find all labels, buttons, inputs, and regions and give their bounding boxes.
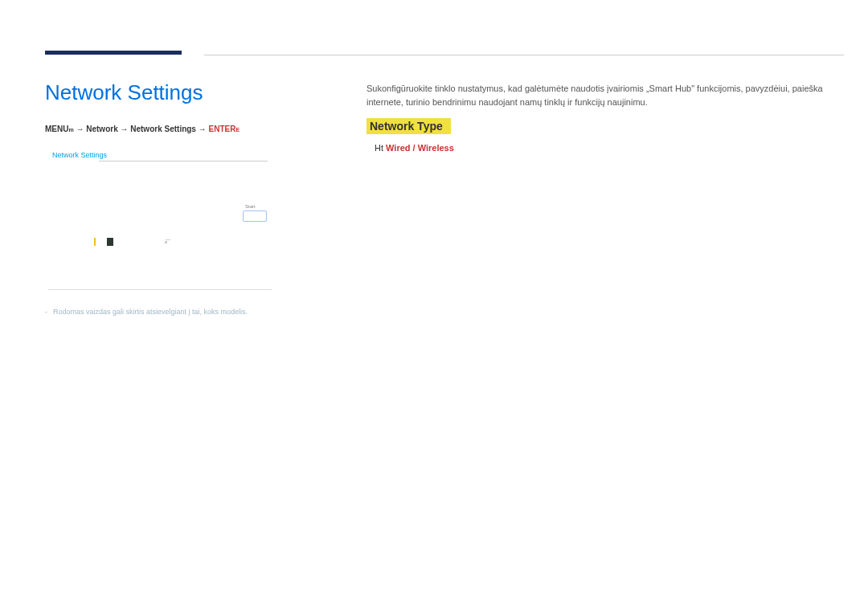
panel-bottom-divider — [48, 289, 272, 290]
body-description: Sukonfigūruokite tinklo nustatymus, kad … — [366, 82, 844, 108]
breadcrumb: MENUm → Network → Network Settings → ENT… — [45, 125, 240, 133]
footnote-dash: - — [45, 308, 47, 316]
start-label: Start — [245, 204, 256, 209]
device-icon — [107, 238, 113, 246]
network-type-heading: Network Type — [366, 118, 451, 134]
dot-icon — [165, 241, 167, 243]
options-values: Wired / Wireless — [386, 143, 454, 153]
signal-icon — [94, 238, 96, 246]
breadcrumb-e-icon: E — [235, 127, 240, 133]
page-title: Network Settings — [45, 80, 203, 105]
network-type-options: Ht Wired / Wireless — [375, 143, 454, 153]
options-bullet: Ht — [375, 143, 383, 153]
breadcrumb-enter-label: ENTER — [209, 125, 236, 133]
panel-top-divider — [99, 161, 268, 161]
header-accent-bar — [45, 51, 182, 55]
header-divider — [204, 55, 844, 55]
footnote-text: Rodomas vaizdas gali skirtis atsievelgia… — [53, 308, 248, 316]
breadcrumb-path: → Network → Network Settings → — [74, 125, 209, 133]
panel-title: Network Settings — [52, 151, 107, 159]
breadcrumb-menu-label: MENU — [45, 125, 68, 133]
panel-mini-divider — [166, 239, 170, 240]
icon-row — [94, 238, 167, 246]
start-button[interactable] — [243, 210, 267, 222]
